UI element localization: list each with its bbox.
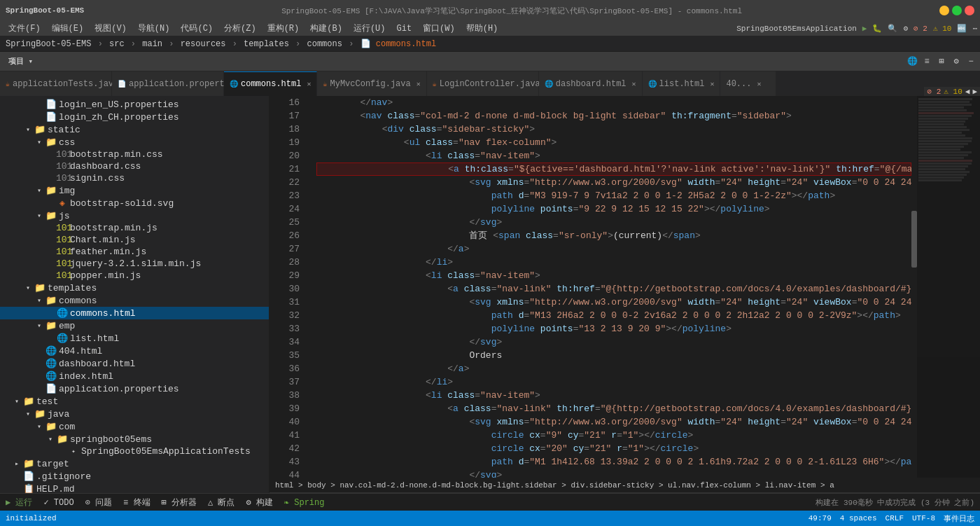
nav-main[interactable]: main (142, 39, 162, 49)
run-button[interactable]: ▶ (862, 24, 867, 33)
tree-item-login-zh[interactable]: 📄 login_zh_CH.properties (0, 111, 269, 123)
tree-item-img[interactable]: ▾ 📁 img (0, 184, 269, 197)
status-initialized[interactable]: initialized (6, 514, 57, 522)
breakpoints-button-panel[interactable]: △ 断点 (208, 497, 234, 508)
sync-button[interactable]: ≡ (920, 55, 933, 68)
settings-icon[interactable]: ⚙ (903, 24, 908, 33)
debug-button[interactable]: 🐛 (872, 24, 882, 33)
status-eol[interactable]: CRLF (886, 514, 904, 522)
menu-run[interactable]: 运行(U) (348, 21, 391, 36)
menu-analyze[interactable]: 分析(Z) (218, 21, 262, 36)
menu-window[interactable]: 窗口(W) (417, 21, 461, 36)
tree-item-js[interactable]: ▾ 📁 js (0, 209, 269, 222)
menu-file[interactable]: 文件(F) (3, 21, 46, 36)
maximize-button[interactable] (952, 6, 962, 15)
menu-git[interactable]: Git (391, 22, 417, 35)
tree-item-gitignore[interactable]: 📄 .gitignore (0, 470, 269, 483)
tree-item-commons[interactable]: ▾ 📁 commons (0, 294, 269, 307)
editor-scrollbar[interactable] (911, 96, 917, 478)
tree-item-test-java[interactable]: ▾ 📁 java (0, 408, 269, 420)
tree-item-templates[interactable]: ▾ 📁 templates (0, 282, 269, 294)
tab-more[interactable]: 40... ✕ (720, 71, 776, 96)
settings-gear-icon[interactable]: ⚙ (950, 55, 962, 68)
tree-item-feather-js[interactable]: 101 feather.min.js (0, 246, 269, 258)
close-button[interactable] (965, 6, 974, 15)
menu-edit[interactable]: 编辑(E) (46, 21, 90, 36)
status-eventlog[interactable]: 事件日志 (944, 513, 974, 524)
search-icon[interactable]: 🔍 (888, 24, 897, 33)
menu-code[interactable]: 代码(C) (175, 21, 218, 36)
problems-button-panel[interactable]: ⊙ 问题 (85, 497, 112, 508)
run-button-panel[interactable]: ▶ 运行 (6, 497, 32, 508)
tree-item-bootstrap-css[interactable]: 101 bootstrap.min.css (0, 148, 269, 160)
menu-view[interactable]: 视图(V) (89, 21, 132, 36)
tab-close-dashboard[interactable]: ✕ (632, 80, 636, 88)
tree-item-popper-js[interactable]: 101 popper.min.js (0, 270, 269, 282)
tab-close-commons[interactable]: ✕ (307, 80, 311, 88)
nav-commons[interactable]: commons (307, 39, 342, 49)
tree-item-chart-js[interactable]: 101 Chart.min.js (0, 234, 269, 246)
collapse-all-button[interactable]: 🌐 (906, 55, 918, 68)
nav-file[interactable]: 📄 commons.html (360, 39, 437, 49)
tree-item-emp[interactable]: ▾ 📁 emp (0, 319, 269, 332)
status-indent[interactable]: 4 spaces (840, 514, 877, 522)
nav-resources[interactable]: resources (181, 39, 226, 49)
spring-button-panel[interactable]: ❧ Spring (284, 497, 325, 508)
tree-item-app-tests[interactable]: ✦ SpringBoot05EmsApplicationTests (0, 445, 269, 457)
tree-item-bootstrap-svg[interactable]: ◈ bootstrap-solid.svg (0, 197, 269, 209)
close-sidebar-button[interactable]: − (965, 55, 977, 68)
tree-item-static[interactable]: ▾ 📁 static (0, 123, 269, 136)
tree-item-jquery-js[interactable]: 101 jquery-3.2.1.slim.min.js (0, 258, 269, 270)
minimize-button[interactable] (939, 6, 949, 15)
menu-build[interactable]: 构建(B) (304, 21, 348, 36)
tree-item-index-html[interactable]: 🌐 index.html (0, 370, 269, 382)
warning-count[interactable]: ⚠ 10 (933, 24, 951, 33)
tree-item-dashboard-html[interactable]: 🌐 dashboard.html (0, 357, 269, 370)
tab-mymvcconfig[interactable]: ☕ MyMvcConfig.java ✕ (317, 71, 426, 96)
tab-application-properties[interactable]: 📄 application.properties ✕ (112, 71, 224, 96)
tab-logincontroller[interactable]: ☕ LoginController.java ✕ (427, 71, 539, 96)
tree-item-signin-css[interactable]: 101 signin.css (0, 172, 269, 184)
tab-applicationtests[interactable]: ☕ applicationTests.java ✕ (0, 71, 112, 96)
error-count[interactable]: ⊘ 2 (913, 24, 927, 33)
tree-item-commons-html[interactable]: 🌐 commons.html (0, 307, 269, 319)
tree-item-com[interactable]: ▾ 📁 com (0, 420, 269, 433)
terminal-button-panel[interactable]: ≡ 终端 (123, 497, 150, 508)
build-button-panel[interactable]: ⚙ 构建 (246, 497, 272, 508)
tab-list[interactable]: 🌐 list.html ✕ (643, 71, 721, 96)
tree-item-help-md[interactable]: 📋 HELP.md (0, 483, 269, 493)
nav-project[interactable]: SpringBoot-05-EMS (6, 39, 91, 49)
tab-close-list[interactable]: ✕ (710, 80, 714, 88)
tree-item-list-html[interactable]: 🌐 list.html (0, 332, 269, 345)
analyzer-button-panel[interactable]: ⊞ 分析器 (162, 497, 197, 508)
tree-item-target[interactable]: ▸ 📁 target (0, 457, 269, 470)
expand-button[interactable]: ⊞ (935, 55, 948, 68)
tree-item-404-html[interactable]: 🌐 404.html (0, 345, 269, 357)
tree-item-login-en[interactable]: 📄 login_en_US.properties (0, 98, 269, 111)
todo-button-panel[interactable]: ✓ TODO (43, 497, 74, 508)
tab-close-more[interactable]: ✕ (757, 80, 761, 88)
tree-item-application-props[interactable]: 📄 application.properties (0, 382, 269, 395)
tree-item-css[interactable]: ▾ 📁 css (0, 136, 269, 148)
window-controls[interactable] (939, 6, 974, 15)
tab-commons-html[interactable]: 🌐 commons.html ✕ (224, 71, 317, 96)
tree-item-dashboard-css[interactable]: 101 dashboard.css (0, 160, 269, 172)
code-content[interactable]: </nav> <nav class="col-md-2 d-none d-md-… (311, 96, 911, 478)
tree-item-springboot05ems[interactable]: ▾ 📁 springboot05ems (0, 433, 269, 445)
tree-item-test[interactable]: ▾ 📁 test (0, 395, 269, 408)
translate-icon[interactable]: 🔤 (957, 24, 967, 33)
menu-help[interactable]: 帮助(H) (461, 21, 504, 36)
status-encoding[interactable]: UTF-8 (912, 514, 935, 522)
nav-templates[interactable]: templates (244, 39, 289, 49)
tree-item-bootstrap-js[interactable]: 101 bootstrap.min.js (0, 222, 269, 234)
nav-src[interactable]: src (109, 39, 125, 49)
tab-scroll-right[interactable]: ▶ (972, 87, 977, 96)
menu-refactor[interactable]: 重构(R) (262, 21, 305, 36)
status-position[interactable]: 49:79 (808, 514, 832, 522)
tab-scroll-left[interactable]: ◀ (965, 87, 970, 96)
more-actions-icon[interactable]: ⋯ (972, 24, 977, 33)
menu-navigate[interactable]: 导航(N) (132, 21, 176, 36)
tab-dashboard[interactable]: 🌐 dashboard.html ✕ (539, 71, 643, 96)
code-area[interactable]: 16 17 18 19 20 21 22 23 24 25 26 27 28 2… (270, 96, 980, 478)
tab-close-mymvc[interactable]: ✕ (416, 80, 421, 88)
